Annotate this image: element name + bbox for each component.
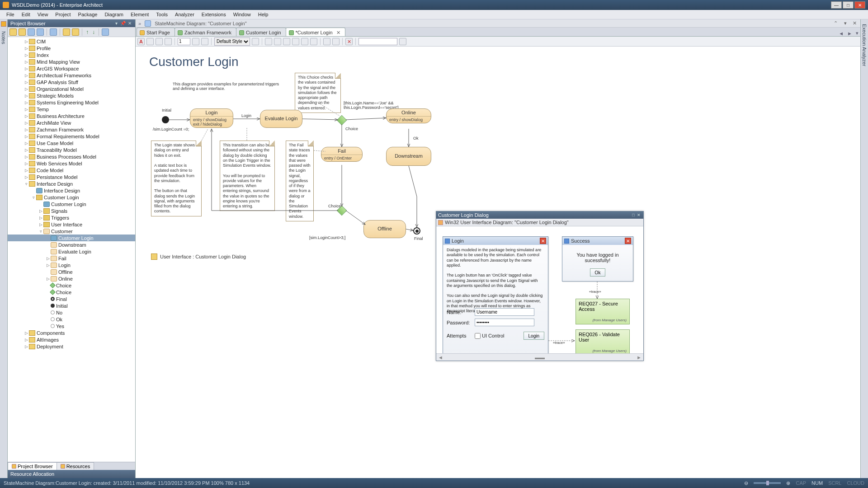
- resource-allocation-bar[interactable]: Resource Allocation: [8, 470, 135, 478]
- disclosure-icon[interactable]: ▷: [24, 134, 29, 139]
- disclosure-icon[interactable]: ▷: [24, 100, 29, 105]
- fill-color-icon[interactable]: [146, 38, 154, 45]
- disclosure-icon[interactable]: ▷: [38, 222, 43, 227]
- choice-1[interactable]: [337, 115, 347, 126]
- disclosure-icon[interactable]: ▷: [24, 141, 29, 145]
- tree-item[interactable]: ▷ArchiMate View: [8, 119, 135, 126]
- tab-nav-icon[interactable]: ◄: [837, 31, 845, 36]
- pb-dropdown-icon[interactable]: ▾: [113, 21, 119, 26]
- tree-item[interactable]: Choice: [8, 289, 135, 296]
- tree-item[interactable]: ▷AltImages: [8, 336, 135, 343]
- layout-icon[interactable]: [332, 38, 340, 45]
- highlight-icon[interactable]: [201, 38, 208, 45]
- disclosure-icon[interactable]: ▷: [24, 114, 29, 118]
- tree-item[interactable]: ▷Mind Mapping View: [8, 58, 135, 65]
- tree-item[interactable]: ▷Code Model: [8, 167, 135, 174]
- down-arrow-icon[interactable]: ↓: [91, 29, 96, 35]
- help-icon[interactable]: [102, 28, 109, 36]
- tree-item[interactable]: ▷Traceability Model: [8, 146, 135, 153]
- align-left-icon[interactable]: [265, 38, 272, 45]
- tree-item[interactable]: No: [8, 309, 135, 316]
- menu-package[interactable]: Package: [75, 11, 101, 18]
- line-style-icon[interactable]: [165, 38, 172, 45]
- tool2-icon[interactable]: [72, 28, 79, 36]
- ok-button[interactable]: Ok: [590, 268, 606, 277]
- font-color-icon[interactable]: A: [137, 38, 145, 45]
- doc-tab[interactable]: Customer Login: [236, 28, 286, 36]
- tree-item[interactable]: ▷User Interface: [8, 221, 135, 228]
- tree-item[interactable]: ▷CIM: [8, 38, 135, 45]
- tree-item[interactable]: ▷Fail: [8, 255, 135, 262]
- disclosure-icon[interactable]: ▷: [24, 175, 29, 179]
- tab-close-icon[interactable]: ✕: [336, 30, 340, 36]
- chevron-icon[interactable]: »: [138, 21, 141, 26]
- delete-icon[interactable]: ✕: [345, 38, 353, 45]
- password-field[interactable]: [475, 319, 534, 326]
- disclosure-icon[interactable]: ▷: [24, 46, 29, 51]
- tab-project-browser[interactable]: Project Browser: [8, 462, 57, 470]
- line-color-icon[interactable]: [156, 38, 163, 45]
- disclosure-icon[interactable]: ▷: [46, 263, 51, 267]
- disclosure-icon[interactable]: ▷: [24, 168, 29, 173]
- tree-item[interactable]: ▷Organizational Model: [8, 85, 135, 92]
- tree-item[interactable]: ▿Customer Login: [8, 194, 135, 201]
- initial-pseudostate[interactable]: [162, 116, 169, 123]
- disclosure-icon[interactable]: ▷: [24, 155, 29, 159]
- open-package-icon[interactable]: [19, 28, 26, 36]
- disclosure-icon[interactable]: ▿: [38, 229, 43, 234]
- tree-item[interactable]: Ok: [8, 316, 135, 323]
- tree-item[interactable]: ▷GAP Analysis Stuff: [8, 79, 135, 85]
- tree-item[interactable]: ▷Architectual Frameworks: [8, 72, 135, 79]
- tree-item[interactable]: Offline: [8, 268, 135, 275]
- username-field[interactable]: [475, 308, 534, 316]
- menu-file[interactable]: File: [3, 11, 18, 18]
- diagram-search-input[interactable]: [359, 38, 397, 45]
- tree-item[interactable]: Interface Design: [8, 187, 135, 194]
- disclosure-icon[interactable]: ▷: [24, 60, 29, 64]
- state-online[interactable]: Online entry / showDialog: [386, 108, 431, 123]
- disclosure-icon[interactable]: ▷: [46, 277, 51, 281]
- zoom-in-icon[interactable]: ⊕: [786, 480, 790, 486]
- dlg-close-icon[interactable]: ✕: [636, 213, 642, 218]
- menu-analyzer[interactable]: Analyzer: [171, 11, 198, 18]
- align-right-icon[interactable]: [283, 38, 290, 45]
- minimize-button[interactable]: —: [831, 1, 842, 9]
- disclosure-icon[interactable]: ▷: [38, 209, 43, 213]
- tree-item[interactable]: Initial: [8, 302, 135, 309]
- filter-icon[interactable]: [399, 38, 406, 45]
- req-secure-access[interactable]: REQ027 - Secure Access(from Manage Users…: [576, 299, 630, 324]
- zoom-icon[interactable]: [323, 38, 330, 45]
- tree-item[interactable]: ▷Formal Requirements Model: [8, 133, 135, 140]
- tree-item[interactable]: ▷Systems Engineering Model: [8, 99, 135, 106]
- tree-item[interactable]: Choice: [8, 282, 135, 289]
- success-window[interactable]: Success✕ You have logged in sucessfully!…: [562, 236, 633, 282]
- notes-rail[interactable]: Notes: [0, 19, 8, 478]
- disclosure-icon[interactable]: ▷: [24, 148, 29, 152]
- apply-style-icon[interactable]: [252, 38, 259, 45]
- tree-item[interactable]: ▷Triggers: [8, 214, 135, 221]
- tree-item[interactable]: ▿Interface Design: [8, 180, 135, 187]
- menu-edit[interactable]: Edit: [18, 11, 34, 18]
- tree-item[interactable]: Customer Login: [8, 201, 135, 207]
- doc-tab[interactable]: Zachman Framework: [175, 28, 236, 36]
- doc-icon[interactable]: [50, 28, 57, 36]
- tree-item[interactable]: ▿Customer: [8, 228, 135, 235]
- tree-item[interactable]: ▷Business Processes Model: [8, 153, 135, 160]
- disclosure-icon[interactable]: ▷: [24, 121, 29, 125]
- execution-analyzer-rail[interactable]: Execution Analyzer: [860, 19, 868, 478]
- collapse-up-icon[interactable]: ⌃: [833, 20, 839, 26]
- note-fail[interactable]: The Fail state traces the values that we…: [286, 141, 314, 221]
- doc-tab[interactable]: *Customer Login✕: [286, 28, 345, 36]
- tree-item[interactable]: ▷Persistance Model: [8, 174, 135, 180]
- zoom-slider[interactable]: [754, 482, 781, 484]
- tab-resources[interactable]: Resources: [57, 462, 94, 470]
- state-offline[interactable]: Offline: [363, 220, 406, 238]
- tree-item[interactable]: ▷Use Case Model: [8, 140, 135, 146]
- disclosure-icon[interactable]: ▷: [24, 39, 29, 44]
- disclosure-icon[interactable]: ▷: [24, 338, 29, 342]
- tree-item[interactable]: ▷Profile: [8, 45, 135, 52]
- dropdown-icon[interactable]: ▾: [842, 20, 848, 26]
- login-window[interactable]: Login✕ Dialogs modeled in the package be…: [443, 236, 548, 353]
- dlg-max-icon[interactable]: □: [631, 213, 636, 218]
- tree-item[interactable]: ▷Strategic Models: [8, 92, 135, 99]
